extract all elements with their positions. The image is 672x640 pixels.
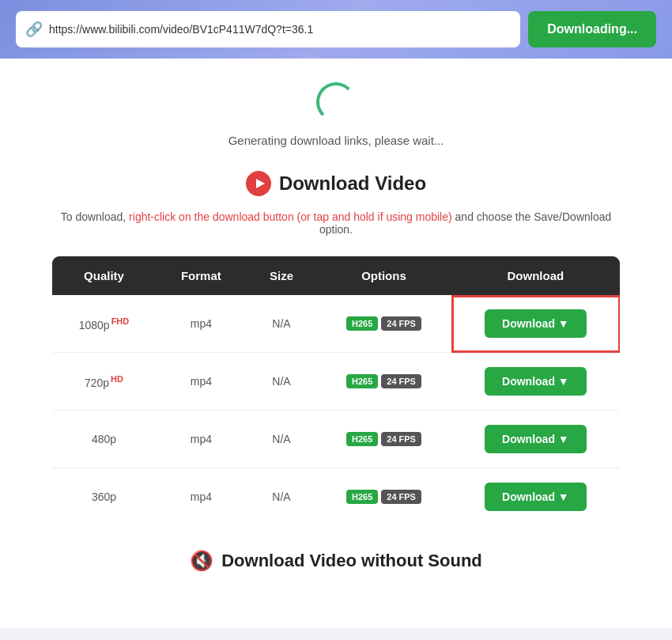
table-header: Quality Format Size Options Download bbox=[52, 256, 621, 296]
top-bar: 🔗 Downloading... bbox=[0, 0, 672, 59]
instruction-prefix: To download, bbox=[61, 210, 129, 223]
quality-cell: 1080pFHD bbox=[52, 295, 156, 353]
download-cell: Download ▼ bbox=[451, 411, 621, 468]
table-row: 1080pFHDmp4N/AH26524 FPSDownload ▼ bbox=[52, 295, 621, 353]
download-cell: Download ▼ bbox=[451, 353, 621, 411]
options-cell: H26524 FPS bbox=[316, 411, 451, 468]
options-cell: H26524 FPS bbox=[316, 295, 451, 353]
h265-badge: H265 bbox=[346, 374, 378, 388]
section-title-text: Download Video bbox=[279, 172, 426, 195]
table-body: 1080pFHDmp4N/AH26524 FPSDownload ▼720pHD… bbox=[52, 295, 621, 526]
col-options: Options bbox=[316, 256, 451, 296]
table-row: 720pHDmp4N/AH26524 FPSDownload ▼ bbox=[52, 353, 621, 411]
link-icon: 🔗 bbox=[25, 21, 43, 38]
downloading-button[interactable]: Downloading... bbox=[528, 11, 656, 47]
h265-badge: H265 bbox=[346, 490, 378, 504]
main-content: Generating download links, please wait..… bbox=[0, 59, 672, 628]
table-row: 360pmp4N/AH26524 FPSDownload ▼ bbox=[52, 468, 621, 526]
instruction-text: To download, right-click on the download… bbox=[51, 210, 621, 236]
size-cell: N/A bbox=[247, 295, 316, 353]
download-cell: Download ▼ bbox=[451, 295, 621, 353]
generating-text: Generating download links, please wait..… bbox=[16, 134, 656, 147]
section-title-2: 🔇 Download Video without Sound bbox=[16, 550, 656, 572]
size-cell: N/A bbox=[247, 411, 316, 468]
download-row-button[interactable]: Download ▼ bbox=[485, 483, 587, 511]
loading-spinner bbox=[316, 82, 356, 122]
section-title-2-text: Download Video without Sound bbox=[221, 551, 482, 571]
fps-badge: 24 FPS bbox=[381, 374, 421, 388]
col-size: Size bbox=[247, 256, 316, 296]
size-cell: N/A bbox=[247, 353, 316, 411]
download-row-button[interactable]: Download ▼ bbox=[485, 309, 587, 338]
section-title: Download Video bbox=[16, 171, 656, 196]
instruction-link[interactable]: right-click on the download button (or t… bbox=[129, 210, 452, 223]
format-cell: mp4 bbox=[156, 295, 247, 353]
h265-badge: H265 bbox=[346, 316, 378, 331]
download-table: Quality Format Size Options Download 108… bbox=[51, 256, 621, 526]
quality-cell: 480p bbox=[52, 411, 156, 468]
h265-badge: H265 bbox=[346, 432, 378, 446]
table-row: 480pmp4N/AH26524 FPSDownload ▼ bbox=[52, 411, 621, 468]
format-cell: mp4 bbox=[156, 411, 247, 468]
quality-cell: 720pHD bbox=[52, 353, 156, 411]
size-cell: N/A bbox=[247, 468, 316, 526]
col-quality: Quality bbox=[52, 256, 156, 296]
spinner-wrapper bbox=[16, 82, 656, 122]
sound-icon: 🔇 bbox=[190, 550, 213, 572]
quality-cell: 360p bbox=[52, 468, 156, 526]
url-input[interactable] bbox=[49, 23, 511, 36]
fps-badge: 24 FPS bbox=[381, 490, 421, 504]
format-cell: mp4 bbox=[156, 353, 247, 411]
url-input-wrapper: 🔗 bbox=[16, 11, 520, 47]
download-cell: Download ▼ bbox=[451, 468, 621, 526]
col-format: Format bbox=[156, 256, 247, 296]
play-icon bbox=[246, 171, 271, 196]
fps-badge: 24 FPS bbox=[381, 316, 421, 331]
format-cell: mp4 bbox=[156, 468, 247, 526]
options-cell: H26524 FPS bbox=[316, 468, 451, 526]
fps-badge: 24 FPS bbox=[381, 432, 421, 446]
download-row-button[interactable]: Download ▼ bbox=[485, 425, 587, 453]
download-row-button[interactable]: Download ▼ bbox=[485, 367, 587, 396]
col-download: Download bbox=[451, 256, 621, 296]
options-cell: H26524 FPS bbox=[316, 353, 451, 411]
